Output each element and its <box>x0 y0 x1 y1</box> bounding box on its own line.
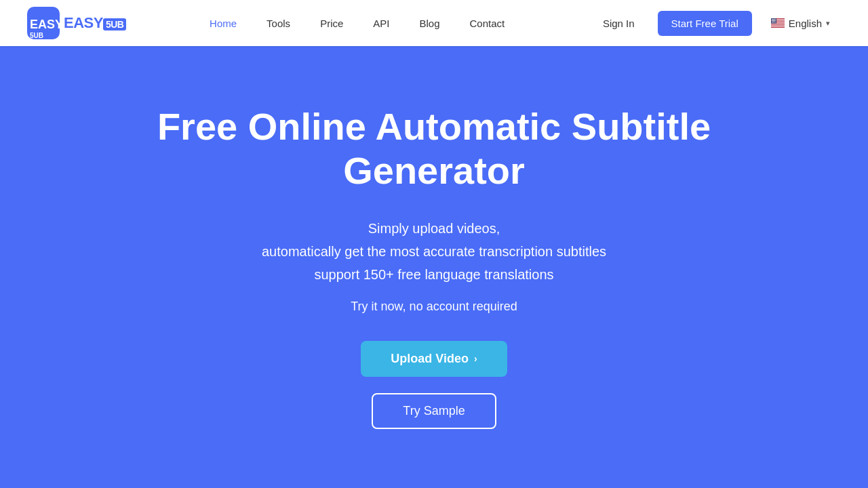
svg-point-22 <box>773 20 774 21</box>
svg-point-23 <box>774 20 774 21</box>
nav-right: Sign In Start Free Trial <box>588 0 841 46</box>
svg-point-28 <box>774 21 775 22</box>
svg-point-30 <box>772 22 773 23</box>
svg-point-16 <box>772 20 772 20</box>
navbar: EASY 5UB EASY5UB Home Tools Price API Bl… <box>0 0 868 46</box>
svg-point-18 <box>774 20 774 20</box>
svg-point-24 <box>775 20 776 21</box>
lang-label: English <box>789 18 822 29</box>
svg-point-31 <box>773 22 774 23</box>
upload-video-button[interactable]: Upload Video › <box>361 341 507 377</box>
nav-api[interactable]: API <box>358 0 404 46</box>
nav-price[interactable]: Price <box>305 0 358 46</box>
svg-point-32 <box>774 22 774 23</box>
svg-point-11 <box>772 19 772 20</box>
svg-point-12 <box>772 19 773 20</box>
svg-point-26 <box>773 21 774 22</box>
svg-point-33 <box>775 22 776 23</box>
svg-point-17 <box>773 20 774 20</box>
logo[interactable]: EASY 5UB EASY5UB <box>27 7 126 39</box>
svg-rect-9 <box>771 26 785 27</box>
svg-rect-7 <box>771 24 785 24</box>
svg-point-15 <box>775 19 776 20</box>
try-sample-button[interactable]: Try Sample <box>372 393 496 429</box>
trial-button[interactable]: Start Free Trial <box>658 11 752 36</box>
svg-text:EASY: EASY <box>30 18 60 31</box>
nav-tools[interactable]: Tools <box>252 0 305 46</box>
svg-point-27 <box>774 21 774 22</box>
svg-point-20 <box>772 20 772 21</box>
svg-rect-8 <box>771 25 785 26</box>
svg-point-21 <box>772 20 773 21</box>
nav-home[interactable]: Home <box>195 0 252 46</box>
svg-point-19 <box>774 20 775 20</box>
flag-icon <box>771 18 785 28</box>
svg-point-13 <box>773 19 774 20</box>
chevron-down-icon: ▾ <box>826 19 830 28</box>
nav-links: Home Tools Price API Blog Contact <box>195 0 519 46</box>
hero-subtitle: Simply upload videos, automatically get … <box>262 217 606 286</box>
chevron-right-icon: › <box>474 353 477 364</box>
nav-contact[interactable]: Contact <box>455 0 520 46</box>
language-selector[interactable]: English ▾ <box>760 0 841 46</box>
signin-link[interactable]: Sign In <box>588 0 650 46</box>
svg-text:5UB: 5UB <box>30 32 43 39</box>
upload-button-label: Upload Video <box>391 352 469 366</box>
nav-blog[interactable]: Blog <box>405 0 455 46</box>
svg-point-25 <box>772 21 772 22</box>
svg-point-29 <box>772 22 772 23</box>
logo-text: EASY5UB <box>64 14 126 32</box>
svg-point-14 <box>774 19 774 20</box>
hero-section: Free Online Automatic Subtitle Generator… <box>0 46 868 488</box>
hero-note: Try it now, no account required <box>351 300 517 314</box>
hero-title: Free Online Automatic Subtitle Generator <box>95 105 773 192</box>
